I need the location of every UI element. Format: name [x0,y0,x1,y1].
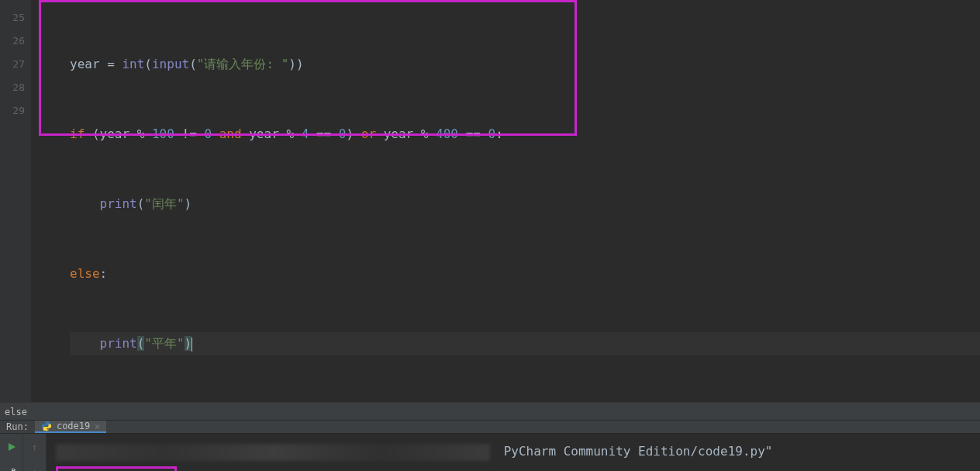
line-number: 28 [0,76,25,99]
run-toolwindow-header: Run: code19 ✕ [0,421,980,434]
highlight-box-code [39,0,577,136]
close-icon[interactable]: ✕ [95,421,100,431]
keyword: else [70,266,100,281]
breadcrumb[interactable]: else [0,402,980,421]
python-icon [41,421,52,431]
builtin: print [100,336,137,351]
line-number: 29 [0,99,25,123]
indent [70,196,100,211]
paren: ) [185,336,192,351]
string: "闰年" [144,196,184,211]
string: "平年" [144,336,184,351]
code-line[interactable]: print("闰年") [70,192,980,216]
paren: ( [137,196,145,211]
run-rail-primary [0,434,23,471]
run-rail-secondary: ↑ ↓ [23,434,47,471]
colon: : [100,266,108,281]
indent [70,336,100,351]
run-tab-label: code19 [57,421,90,431]
console-line: PyCharm Community Edition/code19.py" [56,440,971,463]
code-line-current[interactable]: print("平年") [70,332,980,355]
line-number: 25 [0,6,25,29]
caret [192,338,192,352]
builtin: print [100,196,137,211]
line-gutter: 25 26 27 28 29 [0,0,31,402]
down-arrow-icon[interactable]: ↓ [28,465,42,471]
code-editor[interactable]: 25 26 27 28 29 year = int(input("请输入年份: … [0,0,980,402]
code-line[interactable]: else: [70,262,980,286]
console-output[interactable]: PyCharm Community Edition/code19.py" 请输入… [47,434,980,471]
line-number: 26 [0,29,25,53]
run-tab[interactable]: code19 ✕ [35,421,106,433]
crumb-item[interactable]: else [5,407,27,417]
wrench-icon[interactable] [5,465,19,471]
redacted-path [56,444,490,461]
run-label: Run: [0,421,35,432]
rerun-button[interactable] [5,440,19,454]
path-suffix: PyCharm Community Edition/code19.py" [504,444,773,459]
paren: ( [137,336,145,351]
console-panel: ↑ ↓ PyCharm Community Edition/code19.py"… [0,434,980,471]
paren: ) [185,196,192,211]
highlight-box-console: 请输入年份: 2020 闰年 [56,466,177,471]
up-arrow-icon[interactable]: ↑ [28,440,42,454]
line-number: 27 [0,53,25,76]
